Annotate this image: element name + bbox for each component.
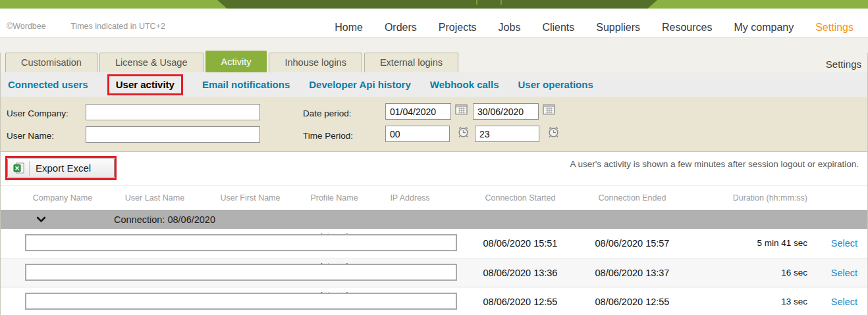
main-nav: Home Orders Projects Jobs Clients Suppli… (335, 22, 854, 34)
tab-customisation[interactable]: Customisation (5, 53, 97, 72)
activity-table-header: Company Name User Last Name User First N… (0, 185, 868, 210)
top-brand-bar (0, 0, 868, 9)
col-company-name: Company Name (20, 185, 105, 210)
connection-group-row[interactable]: Connection: 08/06/2020 (0, 210, 868, 229)
nav-item-suppliers[interactable]: Suppliers (596, 22, 640, 34)
redacted-user-info-box (25, 264, 457, 281)
user-activity-annotation-box: User activity (107, 74, 183, 95)
time-to-input[interactable] (475, 126, 539, 142)
nav-item-clients[interactable]: Clients (542, 22, 574, 34)
clock-icon[interactable] (547, 126, 560, 141)
subtab-email-notifications[interactable]: Email notifications (202, 79, 290, 90)
col-connection-ended: Connection Ended (593, 185, 672, 210)
col-connection-started: Connection Started (448, 185, 593, 210)
brand-bar-tick (476, 0, 477, 5)
date-to-input[interactable] (473, 103, 539, 120)
settings-corner-label: Settings (826, 59, 861, 70)
nav-item-settings[interactable]: Settings (815, 22, 854, 34)
table-row: Internal Administrator 08/06/2020 15:51 … (0, 229, 868, 258)
duration-cell: 13 sec (672, 287, 807, 315)
col-profile-name: Profile Name (296, 185, 372, 210)
nav-item-resources[interactable]: Resources (662, 22, 712, 34)
subtab-webhook-calls[interactable]: Webhook calls (430, 79, 499, 90)
main-nav-bar: ©Wordbee Times indicated in UTC+2 Home O… (0, 9, 868, 38)
redacted-user-info-box (25, 293, 457, 310)
subtab-user-activity[interactable]: User activity (116, 79, 175, 90)
table-row: Internal Administrator 08/06/2020 13:36 … (0, 258, 868, 287)
export-excel-annotation-box: Export Excel (5, 156, 117, 180)
connection-ended-cell: 08/06/2020 15:57 (593, 229, 672, 258)
col-user-last-name: User Last Name (105, 185, 204, 210)
date-period-label: Date period: (303, 109, 352, 118)
brand-bar-tick (501, 0, 502, 5)
select-link[interactable]: Select (821, 258, 867, 287)
export-excel-button[interactable]: Export Excel (7, 158, 115, 178)
nav-left-texts: ©Wordbee Times indicated in UTC+2 (7, 22, 165, 31)
tab-activity[interactable]: Activity (205, 51, 267, 72)
col-duration: Duration (hh:mm:ss) (672, 185, 807, 210)
table-row: Internal Administrator 08/06/2020 12:55 … (0, 287, 868, 315)
connection-ended-cell: 08/06/2020 13:37 (593, 258, 672, 287)
brand-bar-dark-segment (217, 0, 657, 9)
col-ip-address: IP Address (372, 185, 448, 210)
chevron-down-icon[interactable] (36, 216, 46, 223)
activity-subtabs: Connected users User activity Email noti… (0, 72, 868, 97)
connection-started-cell: 08/06/2020 12:55 (448, 287, 593, 315)
nav-item-orders[interactable]: Orders (385, 22, 417, 34)
subtab-user-operations[interactable]: User operations (518, 79, 593, 90)
nav-item-projects[interactable]: Projects (439, 22, 477, 34)
timezone-note: Times indicated in UTC+2 (70, 22, 165, 31)
export-excel-label: Export Excel (36, 162, 91, 174)
copyright-label: ©Wordbee (7, 22, 46, 31)
calendar-icon[interactable] (543, 104, 555, 118)
subtab-connected-users[interactable]: Connected users (8, 79, 88, 90)
redacted-user-info-box (25, 234, 457, 251)
connection-started-cell: 08/06/2020 13:36 (448, 258, 593, 287)
connection-ended-cell: 08/06/2020 12:55 (593, 287, 672, 315)
connection-started-cell: 08/06/2020 15:51 (448, 229, 593, 258)
user-name-label: User Name: (7, 131, 54, 141)
date-from-input[interactable] (385, 103, 451, 120)
time-period-label: Time Period: (303, 131, 353, 141)
button-divider (29, 161, 30, 176)
tab-license-usage[interactable]: License & Usage (99, 53, 203, 72)
duration-cell: 5 min 41 sec (672, 229, 807, 258)
col-user-first-name: User First Name (204, 185, 296, 210)
select-link[interactable]: Select (821, 287, 867, 315)
select-link[interactable]: Select (821, 229, 867, 258)
user-name-input[interactable] (86, 126, 260, 143)
user-company-label: User Company: (7, 109, 68, 118)
clock-icon[interactable] (457, 126, 470, 141)
connection-group-label: Connection: 08/06/2020 (114, 214, 215, 225)
settings-tabs: Customisation License & Usage Activity I… (5, 51, 458, 72)
tab-inhouse-logins[interactable]: Inhouse logins (269, 53, 362, 72)
calendar-icon[interactable] (455, 104, 468, 118)
tab-external-logins[interactable]: External logins (364, 53, 458, 72)
activity-delay-note: A user's activity is shown a few minutes… (570, 159, 859, 169)
subtab-developer-api-history[interactable]: Developer Api history (309, 79, 410, 90)
search-filter-panel: User Company: User Name: Date period: Pi… (0, 97, 868, 152)
settings-tabs-row: Customisation License & Usage Activity I… (0, 53, 868, 72)
nav-item-my-company[interactable]: My company (734, 22, 794, 34)
user-company-input[interactable] (86, 104, 260, 120)
excel-icon (13, 162, 24, 174)
time-from-input[interactable] (385, 126, 450, 142)
results-toolbar: Export Excel A user's activity is shown … (0, 152, 868, 185)
duration-cell: 16 sec (672, 258, 807, 287)
nav-item-jobs[interactable]: Jobs (499, 22, 521, 34)
nav-item-home[interactable]: Home (335, 22, 363, 34)
